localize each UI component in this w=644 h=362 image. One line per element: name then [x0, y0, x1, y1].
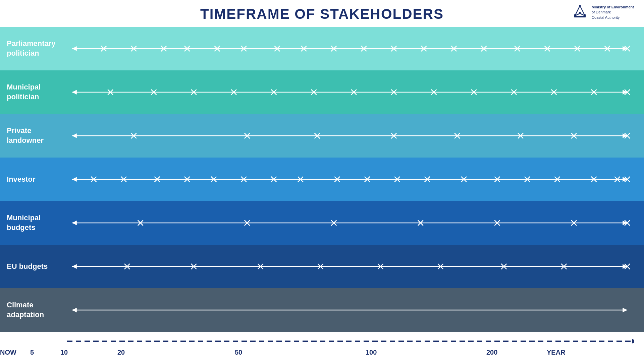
axis-label-50: 50	[235, 349, 242, 356]
timeline-municipal-politician	[67, 85, 644, 100]
svg-marker-177	[72, 308, 77, 312]
timeline-svg-climate-adaptation	[67, 303, 634, 317]
svg-marker-98	[72, 177, 77, 182]
axis-container: NOW5102050100200YEAR	[0, 332, 644, 362]
timeline-eu-budgets	[67, 259, 644, 274]
row-private-landowner: Private landowner	[0, 114, 644, 158]
label-municipal-budgets: Municipal budgets	[0, 213, 67, 232]
svg-marker-140	[623, 221, 627, 225]
svg-marker-180	[632, 339, 634, 344]
timeline-parliamentary	[67, 41, 644, 56]
axis-label-year: YEAR	[547, 349, 566, 356]
axis-line-area	[0, 332, 644, 349]
svg-marker-139	[72, 221, 77, 225]
page-title: TIMEFRAME OF STAKEHOLDERS	[200, 6, 444, 22]
timeline-municipal-budgets	[67, 216, 644, 230]
svg-rect-1	[574, 16, 586, 17]
timeline-investor	[67, 172, 644, 187]
svg-point-2	[574, 14, 576, 16]
rows-container: Parliamentary politicianMunicipal politi…	[0, 27, 644, 332]
row-parliamentary: Parliamentary politician	[0, 27, 644, 70]
logo-line3: Coastal Authority	[592, 15, 634, 20]
label-private-landowner: Private landowner	[0, 126, 67, 145]
svg-marker-178	[623, 308, 627, 312]
logo-area: Ministry of Environment of Denmark Coast…	[572, 4, 634, 21]
svg-marker-156	[72, 264, 77, 269]
svg-point-4	[584, 14, 586, 16]
row-municipal-budgets: Municipal budgets	[0, 201, 644, 245]
row-climate-adaptation: Climate adaptation	[0, 288, 644, 332]
axis-line-svg	[67, 335, 634, 349]
timeline-svg-eu-budgets	[67, 259, 634, 274]
svg-marker-48	[72, 90, 77, 95]
timeline-svg-municipal-politician	[67, 85, 634, 100]
svg-marker-157	[623, 264, 627, 269]
row-investor: Investor	[0, 158, 644, 201]
axis-labels: NOW5102050100200YEAR	[0, 349, 644, 359]
timeline-svg-municipal-budgets	[67, 216, 634, 230]
label-parliamentary: Parliamentary politician	[0, 39, 67, 58]
crown-icon	[572, 4, 588, 21]
axis-label-5: 5	[30, 349, 34, 356]
label-eu-budgets: EU budgets	[0, 262, 67, 272]
label-climate-adaptation: Climate adaptation	[0, 300, 67, 319]
axis-label-10: 10	[60, 349, 68, 356]
svg-point-3	[579, 12, 581, 14]
timeline-climate-adaptation	[67, 303, 644, 317]
logo-line2: of Denmark	[592, 10, 634, 15]
svg-marker-7	[72, 46, 77, 51]
logo-text: Ministry of Environment of Denmark Coast…	[592, 5, 634, 20]
row-municipal-politician: Municipal politician	[0, 70, 644, 114]
svg-marker-99	[623, 177, 627, 182]
svg-marker-8	[623, 46, 627, 51]
svg-marker-80	[623, 133, 627, 138]
label-investor: Investor	[0, 175, 67, 184]
axis-label-100: 100	[366, 349, 377, 356]
svg-marker-49	[623, 90, 627, 95]
label-municipal-politician: Municipal politician	[0, 82, 67, 102]
axis-label-now: NOW	[0, 349, 16, 356]
svg-marker-79	[72, 133, 77, 138]
axis-label-200: 200	[486, 349, 497, 356]
logo-line1: Ministry of Environment	[592, 5, 634, 10]
timeline-svg-private-landowner	[67, 128, 634, 143]
timeline-svg-parliamentary	[67, 41, 634, 56]
row-eu-budgets: EU budgets	[0, 245, 644, 288]
header: TIMEFRAME OF STAKEHOLDERS Ministry of En…	[0, 0, 644, 27]
svg-point-5	[579, 5, 581, 7]
axis-label-20: 20	[117, 349, 125, 356]
timeline-private-landowner	[67, 128, 644, 143]
page-container: TIMEFRAME OF STAKEHOLDERS Ministry of En…	[0, 0, 644, 362]
timeline-svg-investor	[67, 172, 634, 187]
svg-marker-0	[575, 6, 585, 16]
